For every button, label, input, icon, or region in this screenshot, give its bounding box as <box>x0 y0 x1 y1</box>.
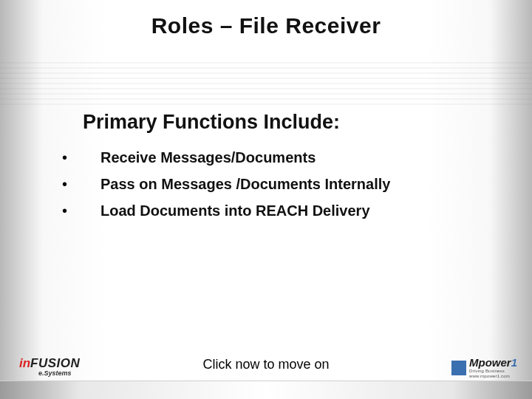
bullet-icon: • <box>58 201 100 220</box>
logo-mpower: Mpower1 Driving Business www.mpower1.com <box>451 357 517 378</box>
bullet-text: Receive Messages/Documents <box>100 148 316 167</box>
bullet-icon: • <box>58 148 100 167</box>
decorative-lines <box>0 59 532 111</box>
logo-right-name: Mpower <box>469 356 511 369</box>
bullet-list: • Receive Messages/Documents • Pass on M… <box>58 148 488 228</box>
slide[interactable]: Roles – File Receiver Primary Functions … <box>0 0 532 399</box>
slide-title: Roles – File Receiver <box>0 13 532 38</box>
bullet-text: Pass on Messages /Documents Internally <box>100 174 390 194</box>
logo-right-tag1: Driving Business <box>469 369 517 373</box>
list-item: • Pass on Messages /Documents Internally <box>58 174 488 194</box>
bullet-text: Load Documents into REACH Delivery <box>100 201 370 220</box>
bullet-icon: • <box>58 174 100 194</box>
logo-sub: e.Systems <box>19 370 80 377</box>
logo-infusion: inFUSION e.Systems <box>19 357 80 377</box>
list-item: • Receive Messages/Documents <box>58 148 488 167</box>
slide-subtitle: Primary Functions Include: <box>83 111 340 134</box>
footer-bar <box>0 381 532 399</box>
logo-right-suffix: 1 <box>511 356 517 369</box>
logo-prefix: in <box>19 356 30 370</box>
logo-right-tag2: www.mpower1.com <box>469 374 517 378</box>
list-item: • Load Documents into REACH Delivery <box>58 201 488 220</box>
logo-mark-icon <box>451 361 466 375</box>
logo-main: FUSION <box>30 356 80 370</box>
